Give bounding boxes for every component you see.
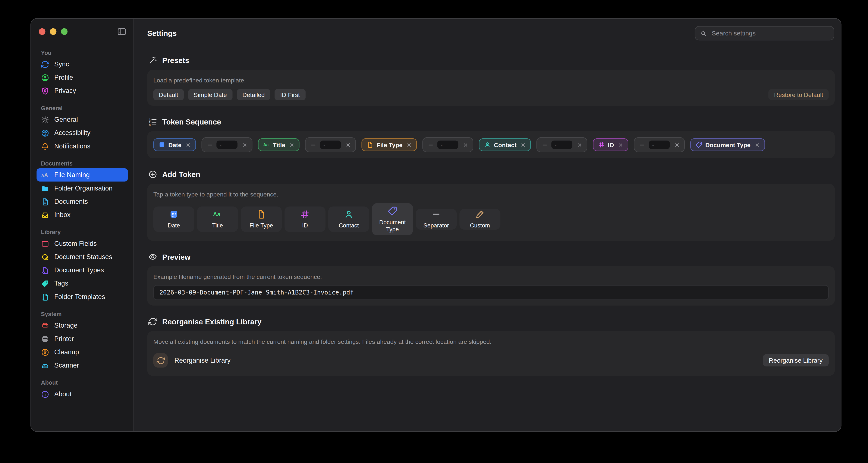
- sidebar-item-about[interactable]: About: [36, 388, 128, 401]
- sidebar-item-inbox[interactable]: Inbox: [36, 208, 128, 221]
- sidebar-item-profile[interactable]: Profile: [36, 71, 128, 84]
- sidebar-item-label: Profile: [54, 74, 73, 81]
- remove-token-icon[interactable]: [577, 142, 583, 148]
- token-file-type[interactable]: File Type: [362, 138, 417, 151]
- dash-icon: [427, 142, 434, 148]
- add-token-hint: Tap a token type to append it to the seq…: [153, 191, 829, 197]
- sidebar-section-label: About: [41, 379, 128, 386]
- person-icon: [344, 210, 354, 220]
- sidebar-item-general[interactable]: General: [36, 113, 128, 126]
- remove-token-icon[interactable]: [185, 142, 191, 148]
- add-token-title[interactable]: AaTitle: [197, 207, 238, 232]
- minimize-button[interactable]: [50, 28, 56, 35]
- sidebar-item-custom-fields[interactable]: Custom Fields: [36, 237, 128, 250]
- reorganise-library-button[interactable]: Reorganise Library: [763, 354, 829, 367]
- separator-value-input[interactable]: -: [437, 141, 458, 149]
- add-token-document-type[interactable]: Document Type: [372, 203, 413, 235]
- accessibility-icon: [41, 129, 49, 137]
- svg-text:A: A: [44, 172, 48, 178]
- presets-card: Load a predefined token template. Defaul…: [147, 70, 835, 106]
- sidebar-item-document-types[interactable]: Document Types: [36, 264, 128, 277]
- remove-token-icon[interactable]: [346, 142, 351, 148]
- sidebar-item-folder-templates[interactable]: Folder Templates: [36, 290, 128, 303]
- remove-token-icon[interactable]: [674, 142, 680, 148]
- add-token-date[interactable]: Date: [153, 207, 194, 232]
- remove-token-icon[interactable]: [289, 142, 295, 148]
- add-token-section-header: Add Token: [149, 170, 835, 179]
- reorganise-section-header: Reorganise Existing Library: [149, 317, 835, 326]
- separator-value-input[interactable]: -: [216, 141, 237, 149]
- separator-value-input[interactable]: -: [649, 141, 670, 149]
- preset-button-simple-date[interactable]: Simple Date: [188, 89, 232, 100]
- separator-token[interactable]: -: [536, 137, 587, 152]
- token-title[interactable]: AaTitle: [258, 138, 300, 151]
- sidebar-item-tags[interactable]: Tags: [36, 277, 128, 290]
- remove-token-icon[interactable]: [521, 142, 526, 148]
- add-token-custom[interactable]: Custom: [459, 209, 500, 229]
- textformat-icon: AA: [41, 171, 49, 179]
- sidebar-item-folder-organisation[interactable]: Folder Organisation: [36, 182, 128, 195]
- search-input[interactable]: [711, 29, 829, 37]
- sidebar-item-label: Inbox: [54, 211, 70, 218]
- preset-button-detailed[interactable]: Detailed: [237, 89, 270, 100]
- calendar-icon: [158, 141, 165, 148]
- add-token-label: ID: [302, 222, 308, 229]
- remove-token-icon[interactable]: [618, 142, 623, 148]
- remove-token-icon[interactable]: [754, 142, 760, 148]
- search-icon: [700, 30, 707, 37]
- zoom-button[interactable]: [61, 28, 67, 35]
- preset-button-id-first[interactable]: ID First: [275, 89, 305, 100]
- close-button[interactable]: [39, 28, 45, 35]
- tag-filled-icon: [41, 279, 49, 288]
- sidebar-item-file-naming[interactable]: AAFile Naming: [36, 168, 128, 182]
- sidebar-item-privacy[interactable]: Privacy: [36, 84, 128, 97]
- doc-gear-icon: [41, 292, 49, 301]
- printer-icon: [41, 335, 49, 343]
- sidebar-item-label: General: [54, 116, 78, 123]
- content: Presets Load a predefined token template…: [134, 44, 841, 376]
- token-document-type[interactable]: Document Type: [690, 138, 765, 151]
- sidebar-item-label: Document Types: [54, 266, 104, 274]
- remove-token-icon[interactable]: [406, 142, 412, 148]
- separator-value-input[interactable]: -: [552, 141, 572, 149]
- sidebar-item-document-statuses[interactable]: Document Statuses: [36, 250, 128, 264]
- preset-button-default[interactable]: Default: [153, 89, 184, 100]
- remove-token-icon[interactable]: [463, 142, 468, 148]
- add-token-label: Contact: [339, 222, 359, 229]
- token-date[interactable]: Date: [153, 138, 196, 151]
- token-sequence-card: Date-AaTitle-File Type-Contact-ID-Docume…: [147, 131, 835, 158]
- sidebar-item-cleanup[interactable]: Cleanup: [36, 345, 128, 359]
- sidebar-item-notifications[interactable]: Notifications: [36, 140, 128, 153]
- sidebar-item-printer[interactable]: Printer: [36, 332, 128, 345]
- sidebar-item-scanner[interactable]: Scanner: [36, 359, 128, 372]
- sidebar-item-storage[interactable]: Storage: [36, 319, 128, 332]
- add-token-contact[interactable]: Contact: [328, 207, 369, 232]
- presets-description: Load a predefined token template.: [153, 77, 829, 84]
- token-id[interactable]: ID: [593, 138, 628, 151]
- letter-aa-icon: Aa: [213, 210, 222, 220]
- separator-value-input[interactable]: -: [320, 141, 341, 149]
- search-field[interactable]: [695, 26, 834, 40]
- token-sequence-title: Token Sequence: [162, 118, 221, 126]
- add-token-separator[interactable]: Separator: [415, 209, 457, 229]
- separator-token[interactable]: -: [305, 137, 356, 152]
- separator-token[interactable]: -: [634, 137, 685, 152]
- token-label: Date: [168, 142, 182, 148]
- sidebar-item-documents[interactable]: Documents: [36, 195, 128, 208]
- token-contact[interactable]: Contact: [479, 138, 531, 151]
- separator-token[interactable]: -: [202, 137, 252, 152]
- sidebar-toggle-icon[interactable]: [117, 27, 127, 36]
- presets-section-header: Presets: [149, 56, 835, 65]
- add-token-file-type[interactable]: File Type: [241, 207, 282, 232]
- main-header: Settings: [134, 19, 841, 44]
- remove-token-icon[interactable]: [242, 142, 247, 148]
- restore-default-button[interactable]: Restore to Default: [769, 89, 829, 100]
- token-label: Contact: [494, 142, 517, 148]
- sidebar-item-accessibility[interactable]: Accessibility: [36, 126, 128, 140]
- eye-icon: [149, 252, 157, 261]
- sidebar-section-label: General: [41, 105, 128, 111]
- add-token-id[interactable]: ID: [284, 207, 326, 232]
- separator-token[interactable]: -: [423, 137, 473, 152]
- sidebar-nav: YouSyncProfilePrivacyGeneralGeneralAcces…: [31, 41, 133, 406]
- sidebar-item-sync[interactable]: Sync: [36, 58, 128, 71]
